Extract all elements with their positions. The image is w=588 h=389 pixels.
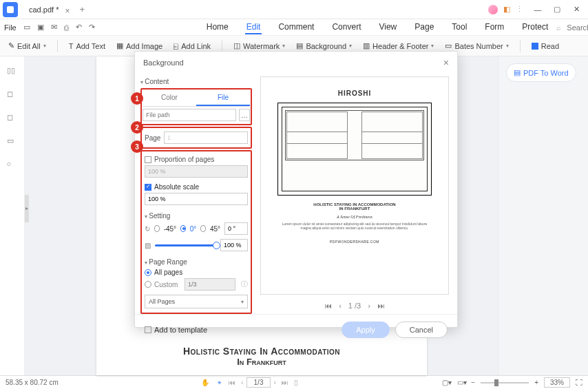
undo-icon[interactable]: ↶	[76, 22, 82, 33]
zoom-in-icon[interactable]: +	[534, 379, 538, 386]
more-icon[interactable]: ⋮	[516, 5, 523, 14]
open-icon[interactable]: ▭	[23, 22, 30, 33]
custom-radio[interactable]	[145, 281, 151, 288]
comment-icon[interactable]: ◻	[7, 113, 18, 124]
add-tab-button[interactable]: +	[75, 3, 89, 16]
bates-icon: ▭	[445, 41, 452, 50]
background-button[interactable]: ▤Background▾	[296, 41, 352, 50]
next-icon[interactable]: ›	[273, 379, 275, 386]
add-template-checkbox[interactable]	[145, 326, 151, 333]
hand-tool-icon[interactable]: ✋	[201, 379, 209, 386]
zoom-out-icon[interactable]: −	[471, 379, 475, 386]
rot-n45-radio[interactable]	[154, 225, 160, 232]
rotation-input[interactable]	[224, 222, 248, 235]
page-range-section: Page Range	[145, 258, 248, 266]
tab-home[interactable]: Home	[205, 21, 230, 34]
last-page-icon[interactable]: ⏭	[377, 302, 385, 310]
dialog-close-icon[interactable]: ×	[443, 57, 449, 68]
tab-convert[interactable]: Convert	[330, 21, 362, 34]
prev-page-icon[interactable]: ‹	[339, 302, 342, 310]
cancel-button[interactable]: Cancel	[395, 322, 448, 338]
notification-icon[interactable]: ◧	[503, 5, 510, 14]
read-button[interactable]: Read	[532, 42, 559, 50]
close-button[interactable]: ✕	[567, 3, 585, 17]
right-panel: ▤ PDF To Word	[498, 56, 588, 375]
header-footer-button[interactable]: ▥Header & Footer▾	[363, 41, 434, 50]
first-page-icon[interactable]: ⏮	[324, 302, 332, 310]
color-tab[interactable]: Color	[143, 90, 196, 106]
attachment-icon[interactable]: ▭	[7, 136, 18, 147]
proportion-checkbox[interactable]	[145, 156, 151, 163]
sidebar: ▯▯ ◻ ◻ ▭ ○	[0, 56, 25, 375]
tab-form[interactable]: Form	[483, 21, 505, 34]
preview-pager: ⏮ ‹ 1 /3 › ⏭	[258, 297, 452, 314]
search-panel-icon[interactable]: ○	[7, 160, 18, 171]
save-icon[interactable]: ▣	[37, 22, 44, 33]
single-page-icon[interactable]: ▯	[294, 379, 298, 386]
fit-mode-icon[interactable]: ▢▾	[442, 379, 452, 386]
file-tab[interactable]: File	[196, 90, 250, 106]
tab-edit[interactable]: Edit	[245, 21, 262, 34]
fullscreen-icon[interactable]: ⛶	[576, 379, 582, 386]
file-path-input[interactable]	[143, 109, 236, 121]
apply-button[interactable]: Apply	[342, 322, 390, 338]
last-icon[interactable]: ⏭	[282, 379, 288, 386]
select-tool-icon[interactable]: ⌖	[218, 379, 222, 387]
opacity-input[interactable]	[220, 239, 248, 251]
absolute-scale-checkbox[interactable]	[145, 184, 151, 191]
tab-protect[interactable]: Protect	[521, 21, 549, 34]
tab-page[interactable]: Page	[413, 21, 435, 34]
tab-title: cad.pdf *	[29, 6, 59, 14]
bookmark-icon[interactable]: ◻	[7, 90, 18, 101]
next-page-icon[interactable]: ›	[368, 302, 370, 310]
tab-comment[interactable]: Comment	[277, 21, 315, 34]
page-input[interactable]: 1/3	[246, 377, 271, 388]
background-preview: HIROSHI HOLISTIC STAYING IN ACCOMMODATIO…	[260, 76, 449, 295]
add-link-button[interactable]: ⍇Add Link	[174, 42, 211, 50]
add-text-button[interactable]: TAdd Text	[69, 42, 105, 50]
document-tab[interactable]: cad.pdf * ×	[22, 3, 72, 17]
print-icon[interactable]: ⎙	[64, 22, 69, 33]
minimize-button[interactable]: —	[529, 3, 547, 17]
redo-icon[interactable]: ↷	[89, 22, 95, 33]
preview-line2: IN FRANKFURT	[339, 207, 370, 211]
app-icon	[3, 2, 18, 17]
rot-45-radio[interactable]	[200, 225, 206, 232]
absolute-scale-input[interactable]	[145, 193, 248, 205]
browse-button[interactable]: …	[239, 109, 250, 121]
page-subset-select[interactable]: All Pages ▾	[145, 295, 248, 308]
thumbnails-icon[interactable]: ▯▯	[7, 66, 18, 77]
tab-tool[interactable]: Tool	[450, 21, 468, 34]
search-input[interactable]	[567, 23, 588, 32]
opacity-slider[interactable]	[155, 244, 216, 246]
edit-all-button[interactable]: ✎Edit All▾	[8, 41, 46, 50]
header-icon: ▥	[363, 41, 370, 50]
first-icon[interactable]: ⏮	[229, 379, 235, 386]
view-mode-icon[interactable]: ▭▾	[457, 379, 467, 386]
collapse-handle[interactable]: ▸	[25, 195, 29, 222]
page-number-input[interactable]	[164, 132, 248, 144]
prev-icon[interactable]: ‹	[241, 379, 243, 386]
rot-0-radio[interactable]	[180, 225, 186, 232]
close-tab-icon[interactable]: ×	[65, 6, 70, 16]
bates-button[interactable]: ▭Bates Number▾	[445, 41, 508, 50]
mail-icon[interactable]: ✉	[51, 22, 57, 33]
preview-website: PDFWONDERSHARE.COM	[330, 240, 379, 244]
file-menu[interactable]: File	[4, 23, 17, 32]
pdf-to-word-button[interactable]: ▤ PDF To Word	[506, 63, 576, 82]
all-pages-radio[interactable]	[145, 269, 151, 276]
zoom-value[interactable]: 33%	[544, 377, 570, 388]
zoom-slider[interactable]	[481, 382, 529, 383]
pencil-icon: ✎	[8, 41, 14, 50]
tab-view[interactable]: View	[377, 21, 398, 34]
page-label: Page	[145, 134, 161, 142]
search-icon: ⌕	[556, 23, 561, 32]
chevron-down-icon: ▾	[241, 299, 244, 305]
background-dialog: Background × Content 1 Color File …	[134, 51, 458, 328]
rotate-icon: ↻	[145, 225, 150, 233]
watermark-button[interactable]: ◫Watermark▾	[233, 41, 285, 50]
user-avatar[interactable]	[488, 5, 498, 14]
maximize-button[interactable]: ▢	[548, 3, 566, 17]
add-image-button[interactable]: ▦Add Image	[116, 41, 162, 50]
preview-script: A Sense Of Freshness	[337, 215, 372, 219]
